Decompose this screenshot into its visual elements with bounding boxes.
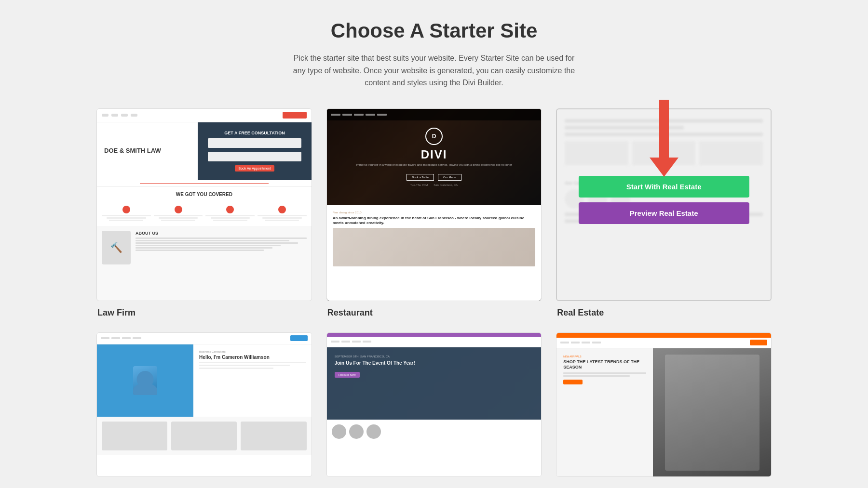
p-bottom-2: [171, 422, 237, 450]
fashion-sub-header: [556, 338, 771, 348]
event-card: SEPTEMBER 5TH, SAN FRANCISCO, CA Join Us…: [326, 332, 542, 477]
ev-speaker-2: [349, 424, 364, 439]
event-hero: SEPTEMBER 5TH, SAN FRANCISCO, CA Join Us…: [327, 347, 542, 420]
event-speaker-row: [332, 424, 537, 439]
rest-nav1: [342, 114, 352, 116]
cards-grid-row2: Business Consultant Hello, I'm Cameron W…: [96, 332, 772, 477]
lf-icon-item-1: [102, 206, 151, 222]
real-estate-preview[interactable]: Start With Real Estate Preview Real Esta…: [556, 108, 772, 301]
rest-info-row: Tue-Thu 7PM San Francisco, CA: [410, 184, 458, 186]
rest-btn-1: Book a Table: [407, 174, 434, 181]
fa-nav3: [592, 342, 601, 343]
lf-nav2: [121, 114, 128, 117]
lf-header: [97, 109, 312, 122]
p-bottom-3: [241, 422, 306, 450]
event-subtitle: SEPTEMBER 5TH, SAN FRANCISCO, CA: [335, 355, 534, 358]
restaurant-card: D DIVI Immerse yourself in a world of ex…: [326, 108, 542, 318]
rest-content-title: An award-winning dining experience in th…: [333, 216, 536, 226]
re-arrow-shaft: [659, 100, 669, 158]
lf-icon-2: [175, 206, 182, 213]
fa-model-placeholder: [653, 348, 771, 477]
law-firm-label: Law Firm: [96, 308, 312, 318]
personal-header: [97, 333, 312, 344]
fa-shop-btn: [563, 380, 583, 384]
rest-logo: [331, 114, 340, 116]
lf-about-line-4: [136, 245, 281, 246]
event-preview[interactable]: SEPTEMBER 5TH, SAN FRANCISCO, CA Join Us…: [326, 332, 542, 477]
event-register-btn: Register Now: [335, 372, 360, 378]
ev-nav3: [363, 341, 371, 343]
rest-hero: D DIVI Immerse yourself in a world of ex…: [327, 109, 542, 205]
rest-btn-2: Our Menu: [438, 174, 461, 181]
p-occupation: Business Consultant: [199, 350, 306, 353]
lf-icon-label-4: [258, 215, 307, 216]
lf-consultation: GET A FREE CONSULTATION: [224, 131, 285, 135]
ev-speaker-3: [366, 424, 381, 439]
lf-form-field2: [208, 152, 301, 161]
fashion-hero-content: NEW ARRIVALS SHOP THE LATEST TRENDS OF T…: [556, 348, 653, 477]
event-bottom: [327, 420, 542, 477]
lf-icon-item-3: [205, 206, 255, 222]
lf-form-field1: [208, 138, 301, 148]
personal-card: Business Consultant Hello, I'm Cameron W…: [96, 332, 312, 477]
lf-about-line-5: [136, 247, 272, 249]
lf-contact-btn: [283, 112, 307, 119]
lf-hero: DOE & SMITH LAW GET A FREE CONSULTATION …: [97, 122, 312, 180]
lf-about-text: ABOUT US: [136, 231, 307, 264]
fashion-card: NEW ARRIVALS SHOP THE LATEST TRENDS OF T…: [556, 332, 772, 477]
lf-icon-text-1: [107, 217, 146, 219]
lf-about-lines: [136, 237, 307, 251]
p-avatar-body: [133, 383, 157, 395]
fashion-preview[interactable]: NEW ARRIVALS SHOP THE LATEST TRENDS OF T…: [556, 332, 772, 477]
lf-about-line-3: [136, 242, 298, 244]
personal-hero-right: Business Consultant Hello, I'm Cameron W…: [193, 344, 312, 417]
personal-hero-name: Hello, I'm Cameron Williamson: [199, 355, 306, 360]
real-estate-label: Real Estate: [556, 308, 772, 318]
re-blur-img-1: [565, 141, 628, 165]
fashion-hero-title: SHOP THE LATEST TRENDS OF THE SEASON: [563, 359, 646, 370]
lf-icon-text-4: [161, 220, 195, 221]
rest-header: [327, 109, 542, 120]
fa-line-1: [563, 372, 646, 374]
rest-nav4: [377, 114, 387, 116]
fa-nav2: [582, 342, 590, 343]
lf-about-line-2: [136, 240, 289, 241]
p-nav3: [133, 337, 141, 339]
rest-img: [333, 228, 536, 266]
rest-hours: Tue-Thu 7PM: [410, 184, 428, 186]
ev-speaker-1: [332, 424, 346, 439]
personal-avatar-img: [133, 366, 157, 395]
personal-preview[interactable]: Business Consultant Hello, I'm Cameron W…: [96, 332, 312, 477]
p-logo: [101, 337, 109, 339]
start-with-real-estate-button[interactable]: Start With Real Estate: [579, 176, 749, 198]
event-purple-bar: [327, 333, 542, 337]
page-header: Choose A Starter Site Pick the starter s…: [10, 19, 858, 89]
p-bottom-1: [102, 422, 167, 450]
lf-icon-1: [122, 206, 130, 213]
p-nav1: [111, 337, 120, 339]
lf-icon-text-7: [262, 217, 301, 219]
lf-appointment-btn: Book An Appointment: [235, 165, 275, 171]
preview-real-estate-button[interactable]: Preview Real Estate: [579, 202, 749, 224]
lf-icon-text-5: [211, 217, 250, 219]
cards-grid-row1: DOE & SMITH LAW GET A FREE CONSULTATION …: [96, 108, 772, 318]
page-subtitle: Pick the starter site that best suits yo…: [289, 52, 579, 89]
lf-section-title: WE GOT YOU COVERED: [97, 187, 312, 202]
page-title: Choose A Starter Site: [10, 19, 858, 42]
fa-nav1: [571, 342, 580, 343]
lf-logo: [102, 114, 108, 117]
p-nav-btn: [290, 335, 308, 341]
law-firm-preview[interactable]: DOE & SMITH LAW GET A FREE CONSULTATION …: [96, 108, 312, 301]
ev-nav1: [341, 341, 350, 343]
lf-hero-left: DOE & SMITH LAW: [97, 122, 198, 180]
lf-icon-text-2: [109, 220, 143, 221]
fa-line-2: [563, 375, 630, 377]
restaurant-preview[interactable]: D DIVI Immerse yourself in a world of ex…: [326, 108, 542, 301]
lf-hero-right: GET A FREE CONSULTATION Book An Appointm…: [198, 122, 311, 180]
event-sub-header: [327, 337, 542, 347]
lf-icon-label-1: [102, 215, 151, 216]
p-line-1: [199, 362, 306, 363]
event-hero-content: SEPTEMBER 5TH, SAN FRANCISCO, CA Join Us…: [327, 347, 542, 385]
fa-tag: NEW ARRIVALS: [563, 355, 646, 358]
personal-hero: Business Consultant Hello, I'm Cameron W…: [97, 344, 312, 417]
